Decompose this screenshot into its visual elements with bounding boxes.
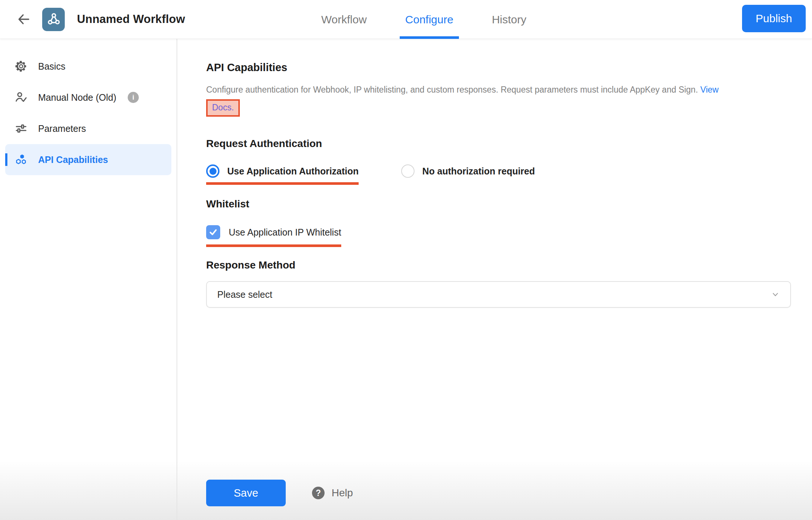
tab-history-label: History bbox=[492, 13, 526, 26]
request-auth-options: Use Application Authorization No authori… bbox=[206, 164, 791, 178]
tab-workflow-label: Workflow bbox=[321, 13, 367, 26]
sidebar-item-api-capabilities[interactable]: API Capabilities bbox=[5, 144, 171, 175]
footer-actions: Save ? Help bbox=[206, 480, 791, 506]
checkbox-checked-icon bbox=[206, 225, 220, 239]
sidebar: Basics Manual Node (Old) i bbox=[0, 39, 177, 520]
radio-unselected-icon bbox=[401, 164, 415, 178]
tab-configure[interactable]: Configure bbox=[405, 0, 454, 39]
request-auth-title: Request Authentication bbox=[206, 138, 791, 150]
publish-button[interactable]: Publish bbox=[742, 5, 806, 32]
active-item-indicator bbox=[5, 153, 7, 166]
select-value: Please select bbox=[217, 289, 272, 300]
back-button[interactable] bbox=[16, 11, 32, 27]
sidebar-item-label: API Capabilities bbox=[38, 154, 108, 165]
response-method-title: Response Method bbox=[206, 259, 791, 271]
radio-selected-icon bbox=[206, 164, 219, 178]
page-title: API Capabilities bbox=[206, 61, 791, 74]
radio-label: Use Application Authorization bbox=[227, 166, 359, 177]
help-label: Help bbox=[332, 487, 353, 499]
top-bar: Unnamed Workflow Workflow Configure Hist… bbox=[0, 0, 812, 39]
content: API Capabilities Configure authenticatio… bbox=[177, 39, 812, 520]
workflow-config-page: Unnamed Workflow Workflow Configure Hist… bbox=[0, 0, 812, 520]
annotation-underline bbox=[206, 244, 341, 247]
whitelist-row: Use Application IP Whitelist bbox=[206, 225, 791, 239]
sidebar-item-manual-node[interactable]: Manual Node (Old) i bbox=[5, 82, 171, 113]
docs-link[interactable]: Docs. bbox=[212, 103, 234, 112]
docs-line: Docs. bbox=[206, 99, 791, 117]
help-link[interactable]: ? Help bbox=[312, 487, 353, 499]
sidebar-item-label: Basics bbox=[38, 61, 66, 72]
page-description: Configure authentication for Webhook, IP… bbox=[206, 83, 791, 96]
radio-use-application-authorization[interactable]: Use Application Authorization bbox=[206, 164, 359, 178]
sidebar-item-label: Manual Node (Old) bbox=[38, 92, 116, 103]
person-check-icon bbox=[14, 90, 28, 104]
tab-workflow[interactable]: Workflow bbox=[321, 0, 368, 39]
tab-history[interactable]: History bbox=[491, 0, 527, 39]
annotation-underline bbox=[206, 182, 359, 185]
description-text: Configure authentication for Webhook, IP… bbox=[206, 85, 698, 94]
workflow-title: Unnamed Workflow bbox=[77, 13, 185, 26]
workflow-app-icon bbox=[42, 8, 65, 31]
checkbox-label: Use Application IP Whitelist bbox=[229, 227, 341, 238]
arrow-left-icon bbox=[16, 12, 31, 27]
webhook-icon bbox=[46, 12, 61, 27]
sidebar-item-basics[interactable]: Basics bbox=[5, 51, 171, 82]
active-tab-underline bbox=[400, 36, 459, 39]
info-icon[interactable]: i bbox=[128, 92, 139, 103]
question-icon: ? bbox=[312, 487, 325, 499]
view-docs-link[interactable]: View bbox=[700, 85, 718, 94]
save-button[interactable]: Save bbox=[206, 480, 286, 506]
response-method-select[interactable]: Please select bbox=[206, 281, 791, 308]
whitelist-title: Whitelist bbox=[206, 198, 791, 210]
sidebar-item-parameters[interactable]: Parameters bbox=[5, 113, 171, 144]
sliders-icon bbox=[14, 121, 28, 136]
chevron-down-icon bbox=[770, 289, 781, 300]
checkbox-use-application-ip-whitelist[interactable]: Use Application IP Whitelist bbox=[206, 225, 341, 239]
hexagons-icon bbox=[14, 153, 28, 167]
docs-annotation-box: Docs. bbox=[206, 99, 240, 117]
tab-configure-label: Configure bbox=[405, 13, 453, 26]
radio-label: No authorization required bbox=[422, 166, 535, 177]
gear-icon bbox=[14, 59, 28, 73]
top-tabs: Workflow Configure History bbox=[321, 0, 527, 39]
radio-no-authorization-required[interactable]: No authorization required bbox=[401, 164, 535, 178]
sidebar-item-label: Parameters bbox=[38, 123, 86, 134]
